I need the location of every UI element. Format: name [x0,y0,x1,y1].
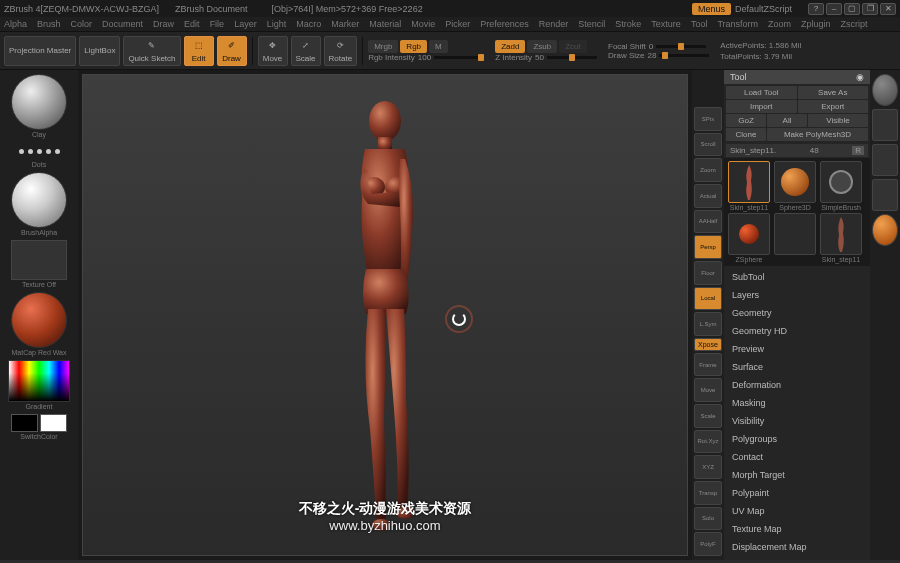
palette-deformation[interactable]: Deformation [724,376,870,394]
palette-geometry-hd[interactable]: Geometry HD [724,322,870,340]
menu-zplugin[interactable]: Zplugin [801,19,831,29]
draw-button[interactable]: ✐ Draw [217,36,247,66]
goz-all-button[interactable]: All [767,114,807,127]
palette-texture-map[interactable]: Texture Map [724,520,870,538]
export-button[interactable]: Export [798,100,869,113]
shortcut-1[interactable] [872,109,898,141]
help-button[interactable]: ? [808,3,824,15]
persp-button[interactable]: Persp [694,235,722,259]
spix-button[interactable]: SPix [694,107,722,131]
palette-polypaint[interactable]: Polypaint [724,484,870,502]
script-selector[interactable]: DefaultZScript [735,4,792,14]
make-polymesh-button[interactable]: Make PolyMesh3D [767,128,868,141]
zcut-button[interactable]: Zcut [559,40,587,53]
palette-morph-target[interactable]: Morph Target [724,466,870,484]
menu-document[interactable]: Document [102,19,143,29]
z-intensity-slider[interactable] [547,56,597,59]
skin-step-slider[interactable]: Skin_step11. 48 R [726,144,868,157]
edit-button[interactable]: ⬚ Edit [184,36,214,66]
menu-stencil[interactable]: Stencil [578,19,605,29]
solo-button[interactable]: Solo [694,507,722,531]
shortcut-sphere-orange[interactable] [872,214,898,246]
menu-zoom[interactable]: Zoom [768,19,791,29]
stroke-selector[interactable]: Dots [8,142,70,168]
tool-thumb-4[interactable] [773,213,817,263]
save-as-button[interactable]: Save As [798,86,869,99]
shortcut-3[interactable] [872,179,898,211]
nav-move-button[interactable]: Move [694,378,722,402]
zadd-button[interactable]: Zadd [495,40,525,53]
nav-scale-button[interactable]: Scale [694,404,722,428]
menu-marker[interactable]: Marker [331,19,359,29]
tool-thumb-5[interactable]: Skin_step11 [819,213,863,263]
polyf-button[interactable]: PolyF [694,532,722,556]
palette-uv-map[interactable]: UV Map [724,502,870,520]
menu-layer[interactable]: Layer [234,19,257,29]
menu-alpha[interactable]: Alpha [4,19,27,29]
rgb-intensity-slider[interactable] [434,56,484,59]
material-selector[interactable]: MatCap Red Wax [8,292,70,356]
rgb-button[interactable]: Rgb [400,40,427,53]
tool-thumb-0[interactable]: Skin_step11 [727,161,771,211]
menu-edit[interactable]: Edit [184,19,200,29]
mrgb-button[interactable]: Mrgb [368,40,398,53]
zoom-button[interactable]: Zoom [694,158,722,182]
palette-displacement-map[interactable]: Displacement Map [724,538,870,556]
palette-subtool[interactable]: SubTool [724,268,870,286]
projection-master-button[interactable]: Projection Master [4,36,76,66]
floor-button[interactable]: Floor [694,261,722,285]
menu-light[interactable]: Light [267,19,287,29]
tool-thumb-1[interactable]: Sphere3D [773,161,817,211]
local-button[interactable]: Local [694,287,722,311]
close-button[interactable]: ✕ [880,3,896,15]
menu-color[interactable]: Color [71,19,93,29]
color-picker-gradient[interactable] [8,360,70,402]
frame-button[interactable]: Frame [694,353,722,377]
palette-polygroups[interactable]: Polygroups [724,430,870,448]
palette-contact[interactable]: Contact [724,448,870,466]
menus-button[interactable]: Menus [692,3,731,15]
tool-panel-header[interactable]: Tool ◉ [724,70,870,84]
palette-normal-map[interactable]: Normal Map [724,556,870,560]
actual-button[interactable]: Actual [694,184,722,208]
palette-visibility[interactable]: Visibility [724,412,870,430]
rotate-button[interactable]: ⟳ Rotate [324,36,358,66]
goz-button[interactable]: GoZ [726,114,766,127]
menu-transform[interactable]: Transform [717,19,758,29]
clone-button[interactable]: Clone [726,128,766,141]
menu-tool[interactable]: Tool [691,19,708,29]
menu-draw[interactable]: Draw [153,19,174,29]
fg-color-swatch[interactable] [11,414,38,432]
shortcut-sphere-gray[interactable] [872,74,898,106]
menu-stroke[interactable]: Stroke [615,19,641,29]
pin-icon[interactable]: ◉ [856,72,864,82]
color-picker[interactable]: Gradient [8,360,70,410]
menu-material[interactable]: Material [369,19,401,29]
menu-texture[interactable]: Texture [651,19,681,29]
transp-button[interactable]: Transp [694,481,722,505]
xyz-button[interactable]: XYZ [694,455,722,479]
viewport[interactable]: 不移之火-动漫游戏美术资源 www.byzhihuo.com [82,74,688,556]
menu-picker[interactable]: Picker [445,19,470,29]
menu-brush[interactable]: Brush [37,19,61,29]
menu-render[interactable]: Render [539,19,569,29]
lsym-button[interactable]: L.Sym [694,312,722,336]
import-button[interactable]: Import [726,100,797,113]
load-tool-button[interactable]: Load Tool [726,86,797,99]
menu-file[interactable]: File [210,19,225,29]
restore-button[interactable]: ❐ [862,3,878,15]
palette-masking[interactable]: Masking [724,394,870,412]
texture-selector[interactable]: Texture Off [8,240,70,288]
menu-movie[interactable]: Movie [411,19,435,29]
shortcut-2[interactable] [872,144,898,176]
scroll-button[interactable]: Scroll [694,133,722,157]
lightbox-button[interactable]: LightBox [79,36,120,66]
nav-rotate-button[interactable]: Rot.Xyz [694,430,722,454]
focal-shift-slider[interactable] [656,45,706,48]
brush-selector[interactable]: Clay [8,74,70,138]
palette-geometry[interactable]: Geometry [724,304,870,322]
r-button[interactable]: R [852,146,864,155]
palette-preview[interactable]: Preview [724,340,870,358]
aahalf-button[interactable]: AAHalf [694,210,722,234]
zsub-button[interactable]: Zsub [527,40,557,53]
